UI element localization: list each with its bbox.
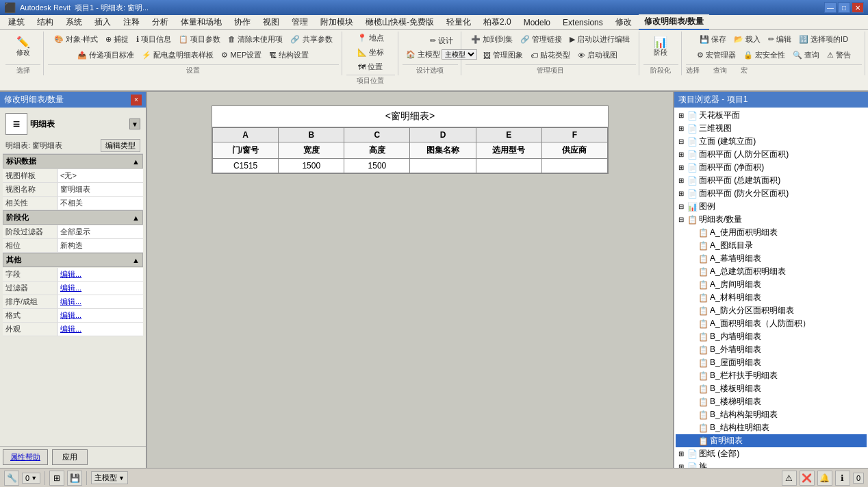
tree-expand-13[interactable]: [687, 279, 698, 290]
decal-type-btn[interactable]: 🏷 贴花类型: [527, 49, 574, 62]
menu-bm2[interactable]: 柏慕2.0: [478, 15, 517, 29]
manage-image-btn[interactable]: 🖼 管理图象: [480, 49, 526, 62]
tree-item-3[interactable]: ⊞📄面积平面 (人防分区面积): [676, 148, 867, 161]
tree-item-23[interactable]: 📋B_结构构架明细表: [676, 408, 867, 421]
location-btn[interactable]: 📍 地点: [354, 32, 387, 45]
value-phase-filter[interactable]: 全部显示: [58, 225, 143, 238]
panel-schedule-btn[interactable]: ⚡ 配电盘明细表样板: [138, 49, 217, 62]
tree-item-20[interactable]: 📋B_栏杆扶手明细表: [676, 369, 867, 382]
tree-expand-27[interactable]: ⊞: [676, 462, 687, 469]
menu-collab[interactable]: 协作: [229, 15, 256, 29]
tree-expand-21[interactable]: [687, 384, 698, 395]
tree-item-6[interactable]: ⊞📄面积平面 (防火分区面积): [676, 187, 867, 200]
value-appearance[interactable]: 编辑...: [58, 323, 143, 336]
tree-expand-5[interactable]: ⊞: [676, 175, 687, 186]
save-btn[interactable]: 💾 保存: [696, 33, 730, 46]
tree-item-18[interactable]: 📋B_外墙明细表: [676, 343, 867, 356]
tree-item-14[interactable]: 📋A_材料明细表: [676, 291, 867, 304]
mep-settings-btn[interactable]: ⚙ MEP设置: [218, 49, 265, 62]
cell-C1[interactable]: 1500: [344, 159, 410, 173]
tree-item-15[interactable]: 📋A_防火分区面积明细表: [676, 304, 867, 317]
tree-item-19[interactable]: 📋B_屋面明细表: [676, 356, 867, 369]
menu-light[interactable]: 轻量化: [441, 15, 476, 29]
value-phase[interactable]: 新构造: [58, 239, 143, 252]
tree-expand-14[interactable]: [687, 292, 698, 303]
error-status-icon[interactable]: ❌: [800, 471, 815, 486]
help-btn[interactable]: 属性帮助: [3, 449, 48, 465]
tree-expand-16[interactable]: [687, 319, 698, 329]
struct-settings-btn[interactable]: 🏗 结构设置: [266, 49, 312, 62]
tree-expand-17[interactable]: [687, 332, 698, 342]
warning-btn[interactable]: ⚠ 警告: [824, 49, 854, 62]
warning-status-icon[interactable]: ⚠: [782, 471, 797, 486]
tree-expand-9[interactable]: [687, 227, 698, 238]
tree-expand-8[interactable]: ⊟: [676, 214, 687, 225]
macro-mgr-btn[interactable]: ⚙ 宏管理器: [693, 49, 739, 62]
status-icon1[interactable]: 🔧: [4, 471, 19, 486]
tree-expand-18[interactable]: [687, 345, 698, 355]
menu-build[interactable]: 建筑: [3, 15, 30, 29]
tree-item-21[interactable]: 📋B_楼板明细表: [676, 382, 867, 395]
menu-ext[interactable]: Extensions: [557, 16, 609, 29]
tree-expand-23[interactable]: [687, 410, 698, 421]
tree-item-24[interactable]: 📋B_结构柱明细表: [676, 421, 867, 434]
status-save-icon[interactable]: 💾: [67, 471, 82, 486]
tree-expand-26[interactable]: ⊞: [676, 449, 687, 460]
menu-insert[interactable]: 插入: [89, 15, 116, 29]
tree-expand-19[interactable]: [687, 358, 698, 369]
info-status-icon[interactable]: ℹ: [835, 471, 850, 486]
menu-olive[interactable]: 橄榄山快模-免费版: [360, 15, 439, 29]
project-param-btn[interactable]: 📋 项目参数: [175, 33, 224, 46]
notify-icon[interactable]: 🔔: [817, 471, 832, 486]
tree-item-13[interactable]: 📋A_房间明细表: [676, 278, 867, 291]
maximize-btn[interactable]: □: [838, 2, 850, 13]
menu-addon[interactable]: 附加模块: [315, 15, 359, 29]
tree-expand-4[interactable]: ⊞: [676, 162, 687, 173]
tree-item-17[interactable]: 📋B_内墙明细表: [676, 330, 867, 343]
section-header-other[interactable]: 其他 ▲: [3, 253, 143, 267]
menu-system[interactable]: 系统: [60, 15, 88, 29]
tree-item-2[interactable]: ⊟📄立面 (建筑立面): [676, 135, 867, 148]
activate-view-btn[interactable]: 👁 启动视图: [574, 49, 621, 62]
section-header-phase[interactable]: 阶段化 ▲: [3, 210, 143, 225]
design-btn[interactable]: ✏ 设计: [426, 34, 457, 47]
query-btn[interactable]: 🔍 查询: [789, 49, 823, 62]
tree-expand-20[interactable]: [687, 371, 698, 382]
close-btn[interactable]: ✕: [852, 2, 864, 13]
menu-manage[interactable]: 管理: [286, 15, 314, 29]
cell-E1[interactable]: [476, 159, 541, 173]
tree-expand-2[interactable]: ⊟: [676, 136, 687, 147]
status-count[interactable]: 0: [853, 473, 864, 484]
tree-expand-1[interactable]: ⊞: [676, 123, 687, 134]
menu-view[interactable]: 视图: [257, 15, 285, 29]
tree-expand-25[interactable]: [687, 436, 698, 447]
schedule-type-dropdown[interactable]: ▼: [129, 118, 140, 129]
macro-sec-btn[interactable]: 🔒 宏安全性: [740, 49, 789, 62]
menu-annotate[interactable]: 注释: [118, 15, 145, 29]
cell-A1[interactable]: C1515: [213, 159, 279, 173]
object-style-btn[interactable]: 🎨 对象·样式: [51, 33, 101, 46]
tree-item-5[interactable]: ⊞📄面积平面 (总建筑面积): [676, 174, 867, 187]
select-id-btn[interactable]: 🔢 选择项的ID: [795, 33, 852, 46]
tree-expand-24[interactable]: [687, 423, 698, 434]
manage-link-btn[interactable]: 🔗 管理链接: [517, 33, 565, 46]
status-model-select[interactable]: 主模型 ▼: [91, 471, 128, 484]
tree-item-25[interactable]: 📋窗明细表: [676, 434, 867, 447]
cell-B1[interactable]: 1500: [279, 159, 344, 173]
shared-param-btn[interactable]: 🔗 共享参数: [287, 33, 335, 46]
tree-item-22[interactable]: 📋B_楼梯明细表: [676, 395, 867, 408]
tree-expand-3[interactable]: ⊞: [676, 149, 687, 160]
menu-modelo[interactable]: Modelo: [518, 16, 556, 29]
tree-item-10[interactable]: 📋A_图纸目录: [676, 239, 867, 252]
position-btn[interactable]: 🗺 位置: [355, 60, 386, 73]
tree-expand-15[interactable]: [687, 305, 698, 316]
tree-item-8[interactable]: ⊟📋明细表/数量: [676, 213, 867, 226]
tree-item-27[interactable]: ⊞📄族: [676, 460, 867, 468]
canvas-area[interactable]: <窗明细表> A B C D E F 门/窗号 宽度 高度 图: [147, 92, 673, 468]
tree-expand-11[interactable]: [687, 253, 698, 264]
left-panel-close[interactable]: ×: [131, 95, 142, 105]
snap-btn[interactable]: ⊕ 捕捉: [102, 33, 132, 46]
status-value[interactable]: 0 ▼: [22, 473, 40, 484]
cell-F1[interactable]: [541, 159, 607, 173]
status-grid-icon[interactable]: ⊞: [49, 471, 64, 486]
